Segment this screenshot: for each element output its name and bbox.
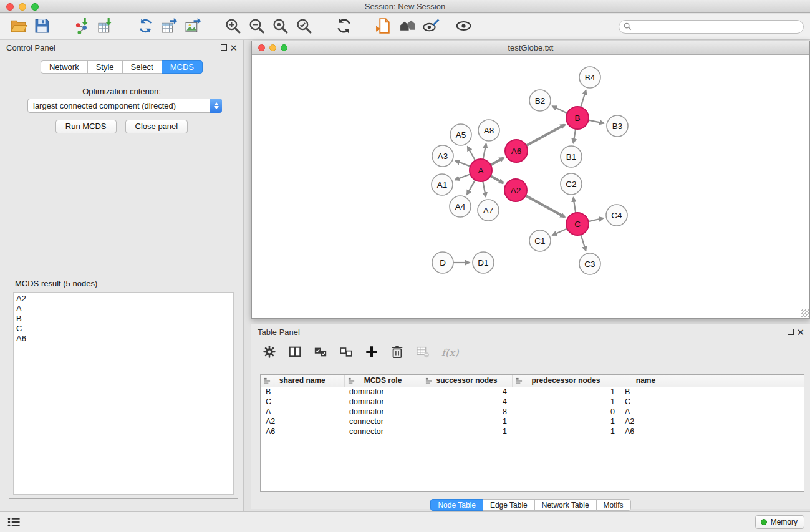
network-window-minimize-button[interactable] [269, 44, 276, 51]
table-cell[interactable]: 1 [512, 397, 620, 407]
network-edge-A-A2[interactable] [491, 176, 503, 183]
mcds-result-item[interactable]: B [16, 314, 233, 324]
zoom-in-button[interactable] [221, 16, 244, 38]
table-cell[interactable]: 4 [422, 387, 512, 397]
network-edge-A6-B[interactable] [526, 125, 565, 145]
network-window-zoom-button[interactable] [281, 44, 287, 51]
table-row[interactable]: Cdominator41C [261, 397, 804, 407]
import-network-button[interactable] [70, 16, 94, 38]
show-hide-details-button[interactable] [451, 16, 475, 38]
tab-edge-table[interactable]: Edge Table [483, 499, 535, 511]
unselect-all-icon[interactable] [339, 345, 353, 360]
network-node-B4[interactable]: B4 [579, 67, 600, 88]
network-node-B3[interactable]: B3 [607, 115, 628, 137]
zoom-fit-button[interactable] [268, 16, 292, 38]
network-edge-C-C2[interactable] [573, 198, 576, 213]
run-mcds-button[interactable]: Run MCDS [55, 120, 117, 133]
table-cell[interactable]: dominator [344, 387, 422, 397]
table-cell[interactable]: C [620, 397, 672, 407]
show-columns-icon[interactable] [288, 345, 302, 360]
network-node-A4[interactable]: A4 [450, 196, 471, 217]
window-resize-grip[interactable] [801, 309, 809, 317]
tab-network-table[interactable]: Network Table [534, 499, 597, 511]
optimization-criterion-select[interactable]: largest connected component (directed) [27, 99, 222, 113]
search-input[interactable] [619, 20, 804, 34]
network-node-A7[interactable]: A7 [478, 200, 499, 221]
network-edge-A2-C[interactable] [526, 196, 565, 217]
export-table-button[interactable] [157, 16, 181, 38]
table-cell[interactable]: 8 [422, 407, 512, 417]
select-all-icon[interactable] [314, 345, 327, 360]
network-edge-A-A8[interactable] [483, 144, 486, 160]
table-cell[interactable]: 1 [512, 417, 620, 427]
table-close-panel-icon[interactable]: ✕ [796, 328, 804, 336]
network-edge-B-B2[interactable] [552, 106, 567, 113]
table-cell[interactable]: A [620, 407, 672, 417]
network-node-B2[interactable]: B2 [529, 90, 551, 111]
add-column-icon[interactable] [365, 345, 378, 360]
network-node-A1[interactable]: A1 [432, 174, 453, 195]
network-edge-A-A4[interactable] [467, 180, 475, 195]
close-panel-icon[interactable]: ✕ [229, 44, 238, 52]
export-image-button[interactable] [181, 16, 205, 38]
memory-button[interactable]: Memory [755, 515, 804, 529]
network-edge-A-A5[interactable] [468, 147, 475, 160]
zoom-selected-button[interactable] [292, 16, 316, 38]
table-row[interactable]: A2connector11A2 [261, 417, 804, 427]
table-cell[interactable]: A6 [620, 427, 672, 437]
table-cell[interactable]: connector [344, 427, 422, 437]
table-cell[interactable]: 1 [512, 427, 620, 437]
refresh-button[interactable] [332, 16, 355, 38]
tab-mcds[interactable]: MCDS [162, 60, 203, 74]
network-edge-B-B3[interactable] [589, 120, 604, 123]
column-header-name[interactable]: name [620, 375, 672, 387]
tab-select[interactable]: Select [122, 60, 162, 74]
table-row[interactable]: Bdominator41B [261, 387, 804, 397]
window-zoom-button[interactable] [31, 3, 39, 11]
network-node-C[interactable]: C [566, 213, 589, 235]
mcds-result-list[interactable]: A2ABCA6 [13, 292, 234, 495]
table-cell[interactable]: connector [344, 417, 422, 427]
network-edge-B-B1[interactable] [574, 129, 576, 143]
network-node-B[interactable]: B [566, 107, 589, 129]
close-panel-button[interactable]: Close panel [125, 120, 188, 133]
table-cell[interactable]: dominator [344, 397, 422, 407]
table-cell[interactable]: dominator [344, 407, 422, 417]
network-edge-B-B4[interactable] [581, 90, 586, 107]
table-cell[interactable]: A2 [620, 417, 672, 427]
node-table-wrap[interactable]: shared name MCDS role successor nodes pr… [260, 374, 804, 492]
tab-node-table[interactable]: Node Table [430, 499, 483, 511]
table-cell[interactable]: C [261, 397, 344, 407]
network-edge-C-C4[interactable] [589, 218, 604, 221]
table-row[interactable]: A6connector11A6 [261, 427, 804, 437]
network-node-C2[interactable]: C2 [561, 173, 582, 195]
column-header-successor-nodes[interactable]: successor nodes [422, 375, 512, 387]
float-window-icon[interactable] [221, 44, 227, 52]
tab-style[interactable]: Style [87, 60, 123, 74]
network-edge-A-A7[interactable] [483, 181, 486, 197]
network-node-C3[interactable]: C3 [579, 253, 600, 274]
table-cell[interactable]: A2 [261, 417, 344, 427]
tab-motifs[interactable]: Motifs [596, 499, 631, 511]
mcds-result-item[interactable]: A2 [16, 294, 233, 304]
table-cell[interactable]: A6 [261, 427, 344, 437]
open-session-button[interactable] [6, 16, 30, 38]
import-table-button[interactable] [94, 16, 117, 38]
network-node-A[interactable]: A [470, 159, 492, 181]
window-close-button[interactable] [6, 3, 14, 11]
network-node-D1[interactable]: D1 [473, 252, 494, 273]
network-node-A8[interactable]: A8 [478, 120, 499, 141]
gear-icon[interactable] [263, 345, 276, 360]
table-cell[interactable]: 0 [512, 407, 620, 417]
mcds-result-item[interactable]: A [16, 304, 233, 314]
mcds-result-item[interactable]: C [16, 324, 233, 334]
network-canvas-wrap[interactable]: AA1A2A3A4A5A6A7A8BB1B2B3B4CC1C2C3C4DD1 [252, 56, 809, 318]
delete-column-icon[interactable] [390, 345, 404, 360]
session-snapshot-button[interactable] [372, 16, 395, 38]
column-header-shared-name[interactable]: shared name [261, 375, 344, 387]
network-node-C1[interactable]: C1 [529, 230, 551, 251]
column-header-predecessor-nodes[interactable]: predecessor nodes [512, 375, 620, 387]
zoom-out-button[interactable] [244, 16, 268, 38]
network-edge-C-C3[interactable] [581, 235, 586, 251]
network-node-A2[interactable]: A2 [504, 179, 527, 201]
